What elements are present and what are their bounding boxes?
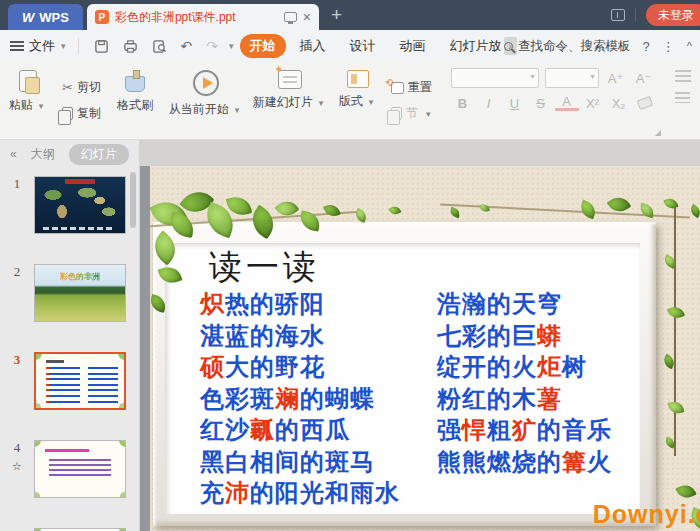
phrase-line: 熊熊燃烧的篝火 bbox=[437, 447, 612, 479]
thumbnail-image bbox=[34, 440, 126, 498]
section-button[interactable]: 节▾ bbox=[391, 105, 435, 122]
help-icon[interactable]: ? bbox=[643, 39, 650, 54]
chevron-down-icon: ▾ bbox=[235, 105, 240, 115]
new-slide-icon bbox=[278, 70, 302, 89]
more-options-icon[interactable]: ⋮ bbox=[662, 39, 675, 54]
search-icon bbox=[504, 42, 513, 51]
tab-animation[interactable]: 动画 bbox=[390, 34, 436, 58]
tab-insert[interactable]: 插入 bbox=[290, 34, 336, 58]
phrase-line: 浩瀚的天穹 bbox=[437, 289, 612, 321]
phrase-line: 湛蓝的海水 bbox=[200, 321, 437, 353]
phrase-line: 硕大的野花 bbox=[200, 352, 437, 384]
slide-content-area[interactable]: 读一读 炽热的骄阳湛蓝的海水硕大的野花色彩斑斓的蝴蝶红沙瓤的西瓜黑白相间的斑马充… bbox=[165, 243, 640, 514]
slide-thumbnail-2[interactable]: 2 彩色的非洲 bbox=[0, 264, 140, 322]
reset-section-column: 重置 节▾ bbox=[385, 62, 441, 139]
print-icon[interactable] bbox=[123, 39, 138, 54]
align-left-icon[interactable] bbox=[675, 92, 690, 103]
menubar: 文件 ▾ ↶ ↷ ▾ 开始 插入 设计 动画 幻灯片放映 › 查找命令、搜索模板… bbox=[0, 30, 700, 62]
menubar-right: 查找命令、搜索模板 ? ⋮ ^ bbox=[504, 38, 692, 55]
current-slide[interactable]: 读一读 炽热的骄阳湛蓝的海水硕大的野花色彩斑斓的蝴蝶红沙瓤的西瓜黑白相间的斑马充… bbox=[150, 166, 700, 531]
menu-icon[interactable] bbox=[10, 41, 24, 51]
chevron-down-icon: ▾ bbox=[369, 97, 374, 107]
font-group: A⁺ A⁻ B I U S A X² X₂ bbox=[441, 62, 665, 139]
slide-number: 2 bbox=[0, 264, 34, 322]
reset-button[interactable]: 重置 bbox=[391, 79, 435, 96]
chevron-down-icon[interactable]: ▾ bbox=[61, 41, 66, 51]
tab-slideshow[interactable]: 幻灯片放映 bbox=[440, 34, 502, 58]
thumbnail-list: 1 2 彩色的非洲 3 4☆ 5 bbox=[0, 168, 139, 531]
animation-star-icon: ☆ bbox=[0, 460, 34, 473]
redo-icon[interactable]: ↷ bbox=[206, 38, 218, 54]
layout-button[interactable]: 版式▾ bbox=[331, 62, 385, 139]
copy-button[interactable]: 复制 bbox=[62, 105, 101, 122]
collapse-panel-icon[interactable]: « bbox=[10, 147, 17, 161]
slide-title: 读一读 bbox=[209, 245, 320, 290]
titlebar-right: 未登录 bbox=[611, 0, 700, 30]
ribbon: 粘贴▾ ✂剪切 复制 格式刷 从当前开始▾ 新建幻灯片▾ bbox=[0, 62, 700, 140]
close-tab-icon[interactable]: × bbox=[303, 10, 311, 24]
undo-icon[interactable]: ↶ bbox=[181, 38, 193, 54]
section-label: 节 bbox=[406, 105, 418, 122]
present-screen-icon[interactable] bbox=[284, 12, 297, 22]
underline-button[interactable]: U bbox=[503, 96, 527, 111]
wps-label: WPS bbox=[39, 10, 69, 25]
slide-number: 3 bbox=[0, 352, 34, 410]
quickbar-more-icon[interactable]: ▾ bbox=[229, 41, 234, 51]
file-menu[interactable]: 文件 bbox=[29, 37, 55, 55]
slide-panel: « 大纲 幻灯片 1 2 彩色的非洲 3 4☆ bbox=[0, 140, 140, 531]
phrase-line: 色彩斑斓的蝴蝶 bbox=[200, 384, 437, 416]
format-painter-button[interactable]: 格式刷 bbox=[107, 62, 163, 139]
phrase-line: 充沛的阳光和雨水 bbox=[200, 478, 437, 510]
font-family-select[interactable] bbox=[451, 68, 539, 88]
phrase-line: 黑白相间的斑马 bbox=[200, 447, 437, 479]
tab-design[interactable]: 设计 bbox=[340, 34, 386, 58]
tab-home[interactable]: 开始 bbox=[240, 34, 286, 58]
bullet-list-icon[interactable] bbox=[675, 70, 691, 82]
new-tab-button[interactable]: + bbox=[331, 4, 342, 26]
italic-button[interactable]: I bbox=[477, 96, 501, 111]
strikethrough-button[interactable]: S bbox=[529, 96, 553, 111]
superscript-button[interactable]: X² bbox=[581, 96, 605, 111]
bold-button[interactable]: B bbox=[451, 96, 475, 111]
tab-outline[interactable]: 大纲 bbox=[31, 146, 55, 163]
print-preview-icon[interactable] bbox=[152, 39, 167, 54]
command-search[interactable]: 查找命令、搜索模板 bbox=[504, 38, 631, 55]
phrase-line: 红沙瓤的西瓜 bbox=[200, 415, 437, 447]
scissors-icon: ✂ bbox=[62, 80, 73, 95]
font-size-select[interactable] bbox=[545, 68, 599, 88]
new-slide-label: 新建幻灯片 bbox=[253, 94, 313, 111]
menubar-divider bbox=[78, 38, 79, 54]
new-slide-button[interactable]: 新建幻灯片▾ bbox=[249, 62, 331, 139]
wps-home-tab[interactable]: W WPS bbox=[8, 4, 83, 30]
document-tab[interactable]: P 彩色的非洲ppt课件.ppt × bbox=[87, 4, 319, 30]
panel-toggle-icon[interactable] bbox=[611, 9, 625, 21]
play-icon bbox=[193, 70, 219, 96]
thumbnail-scrollbar[interactable] bbox=[130, 172, 136, 228]
shrink-font-button[interactable]: A⁻ bbox=[633, 71, 655, 86]
thumbnail-image bbox=[34, 352, 126, 410]
thumbnail-image bbox=[34, 176, 126, 234]
slide-thumbnail-3-selected[interactable]: 3 bbox=[0, 352, 140, 410]
paste-button[interactable]: 粘贴▾ bbox=[0, 62, 56, 139]
tab-slides[interactable]: 幻灯片 bbox=[69, 144, 129, 165]
reset-label: 重置 bbox=[408, 79, 432, 96]
clear-format-icon[interactable] bbox=[636, 96, 653, 110]
login-button[interactable]: 未登录 bbox=[646, 4, 700, 26]
slide-thumbnail-4[interactable]: 4☆ bbox=[0, 440, 140, 498]
collapse-ribbon-icon[interactable]: ^ bbox=[687, 40, 692, 52]
phrase-line: 粉红的木薯 bbox=[437, 384, 612, 416]
section-icon bbox=[391, 107, 402, 120]
slide-thumbnail-1[interactable]: 1 bbox=[0, 176, 140, 234]
font-dialog-launcher-icon[interactable] bbox=[655, 130, 661, 136]
layout-icon bbox=[347, 70, 369, 88]
font-color-button[interactable]: A bbox=[555, 95, 579, 111]
grow-font-button[interactable]: A⁺ bbox=[605, 71, 627, 86]
vine-stem bbox=[674, 206, 676, 456]
phrase-column-left: 炽热的骄阳湛蓝的海水硕大的野花色彩斑斓的蝴蝶红沙瓤的西瓜黑白相间的斑马充沛的阳光… bbox=[200, 289, 437, 510]
search-label: 查找命令、搜索模板 bbox=[518, 38, 631, 55]
play-from-current-button[interactable]: 从当前开始▾ bbox=[163, 62, 249, 139]
subscript-button[interactable]: X₂ bbox=[607, 96, 631, 111]
cut-button[interactable]: ✂剪切 bbox=[62, 79, 101, 96]
save-icon[interactable] bbox=[94, 39, 109, 54]
format-painter-label: 格式刷 bbox=[117, 97, 153, 114]
